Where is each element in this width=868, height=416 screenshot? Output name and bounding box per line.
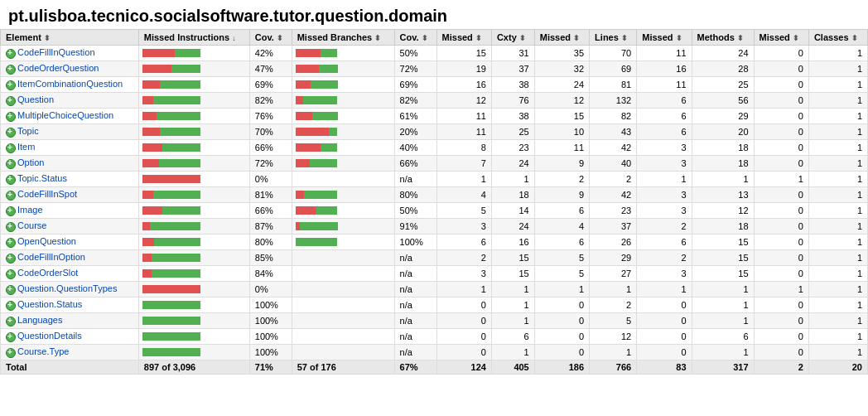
missed-br-bar-cell xyxy=(292,109,394,124)
element-icon xyxy=(6,332,16,342)
missed-methods-cell: 6 xyxy=(637,109,692,124)
col-missed-lines[interactable]: Missed ⬍ xyxy=(534,30,589,46)
lines-cell: 81 xyxy=(590,77,637,93)
cxty-cell: 6 xyxy=(491,329,534,345)
col-element[interactable]: Element ⬍ xyxy=(1,30,139,46)
col-missed-classes[interactable]: Missed ⬍ xyxy=(754,30,808,46)
classes-cell: 1 xyxy=(808,93,867,109)
missed-cxty-cell: 8 xyxy=(436,140,491,156)
element-link[interactable]: CodeOrderQuestion xyxy=(17,63,99,73)
element-link[interactable]: CodeFillInQuestion xyxy=(17,47,95,57)
missed-cxty-cell: 12 xyxy=(436,93,491,109)
cov-br-cell: 82% xyxy=(394,93,436,109)
cov-br-cell: 66% xyxy=(394,156,436,172)
cxty-cell: 15 xyxy=(491,266,534,282)
cov-instr-cell: 80% xyxy=(249,235,292,250)
missed-cxty-cell: 15 xyxy=(436,46,491,61)
sort-arrow-element: ⬍ xyxy=(44,34,51,42)
col-cxty[interactable]: Cxty ⬍ xyxy=(491,30,534,46)
missed-br-bar-cell xyxy=(292,93,394,109)
lines-cell: 70 xyxy=(590,46,637,61)
missed-br-bar-cell xyxy=(292,250,394,266)
col-missed-instr[interactable]: Missed Instructions ↓ xyxy=(138,30,249,46)
element-icon xyxy=(6,112,16,122)
classes-cell: 1 xyxy=(808,313,867,329)
element-link[interactable]: CodeOrderSlot xyxy=(17,268,78,278)
element-cell: ItemCombinationQuestion xyxy=(1,77,139,93)
missed-methods-cell: 1 xyxy=(637,172,692,187)
missed-br-bar-cell xyxy=(292,219,394,235)
element-link[interactable]: Question.QuestionTypes xyxy=(17,283,117,293)
element-icon xyxy=(6,80,16,90)
sort-arrow-cov-br: ⬍ xyxy=(422,34,428,42)
element-cell: Course xyxy=(1,219,139,235)
col-missed-branches[interactable]: Missed Branches ⬍ xyxy=(292,30,394,46)
total-missed-br: 57 of 176 xyxy=(292,360,394,375)
missed-lines-cell: 6 xyxy=(534,235,589,250)
element-link[interactable]: Image xyxy=(17,205,43,215)
element-link[interactable]: CodeFillInSpot xyxy=(17,189,77,199)
missed-instr-bar-cell xyxy=(138,297,249,313)
table-row: CodeFillInSpot81%80%41894231301 xyxy=(1,187,868,203)
sort-arrow-cov-instr: ⬍ xyxy=(277,34,283,42)
classes-cell: 1 xyxy=(808,140,867,156)
element-link[interactable]: Question xyxy=(17,94,54,104)
missed-instr-bar-cell xyxy=(138,156,249,172)
classes-cell: 1 xyxy=(808,329,867,345)
classes-cell: 1 xyxy=(808,187,867,203)
col-cov-instr[interactable]: Cov. ⬍ xyxy=(249,30,292,46)
missed-cxty-cell: 19 xyxy=(436,61,491,77)
missed-methods-cell: 0 xyxy=(637,313,692,329)
element-link[interactable]: Question.Status xyxy=(17,299,82,309)
missed-lines-cell: 6 xyxy=(534,203,589,219)
element-cell: CodeFillInQuestion xyxy=(1,46,139,61)
lines-cell: 2 xyxy=(590,297,637,313)
element-icon xyxy=(6,191,16,201)
element-link[interactable]: Topic.Status xyxy=(17,173,67,183)
classes-cell: 1 xyxy=(808,109,867,124)
missed-classes-cell: 0 xyxy=(754,203,808,219)
missed-cxty-cell: 0 xyxy=(436,345,491,360)
col-cov-br[interactable]: Cov. ⬍ xyxy=(394,30,436,46)
missed-instr-bar-cell xyxy=(138,235,249,250)
element-link[interactable]: Option xyxy=(17,157,44,167)
element-link[interactable]: Item xyxy=(17,142,35,152)
missed-methods-cell: 16 xyxy=(637,61,692,77)
col-classes[interactable]: Classes ⬍ xyxy=(808,30,867,46)
classes-cell: 1 xyxy=(808,235,867,250)
col-missed-methods[interactable]: Missed ⬍ xyxy=(637,30,692,46)
element-link[interactable]: MultipleChoiceQuestion xyxy=(17,110,113,120)
lines-cell: 82 xyxy=(590,109,637,124)
missed-classes-cell: 0 xyxy=(754,93,808,109)
cov-instr-cell: 100% xyxy=(249,329,292,345)
element-cell: MultipleChoiceQuestion xyxy=(1,109,139,124)
missed-classes-cell: 1 xyxy=(754,172,808,187)
sort-arrow-missed-classes: ⬍ xyxy=(793,34,799,42)
methods-cell: 1 xyxy=(692,345,754,360)
element-link[interactable]: Course.Type xyxy=(17,346,69,356)
missed-lines-cell: 0 xyxy=(534,345,589,360)
element-link[interactable]: Topic xyxy=(17,126,39,136)
cov-br-cell: 69% xyxy=(394,77,436,93)
lines-cell: 12 xyxy=(590,329,637,345)
methods-cell: 28 xyxy=(692,61,754,77)
element-link[interactable]: CodeFillInOption xyxy=(17,252,85,262)
col-methods[interactable]: Methods ⬍ xyxy=(692,30,754,46)
classes-cell: 1 xyxy=(808,219,867,235)
missed-classes-cell: 0 xyxy=(754,61,808,77)
col-missed-cxty[interactable]: Missed ⬍ xyxy=(436,30,491,46)
total-missed-methods: 83 xyxy=(637,360,692,375)
page-title: pt.ulisboa.tecnico.socialsoftware.tutor.… xyxy=(0,0,868,29)
element-cell: CodeOrderQuestion xyxy=(1,61,139,77)
total-row: Total 897 of 3,096 71% 57 of 176 67% 124… xyxy=(1,360,868,375)
col-lines[interactable]: Lines ⬍ xyxy=(590,30,637,46)
element-link[interactable]: ItemCombinationQuestion xyxy=(17,79,123,89)
missed-lines-cell: 15 xyxy=(534,109,589,124)
element-link[interactable]: OpenQuestion xyxy=(17,236,76,246)
element-link[interactable]: Languages xyxy=(17,315,62,325)
missed-cxty-cell: 0 xyxy=(436,313,491,329)
element-link[interactable]: QuestionDetails xyxy=(17,331,82,341)
missed-cxty-cell: 3 xyxy=(436,219,491,235)
element-link[interactable]: Course xyxy=(17,220,46,230)
table-row: CodeOrderQuestion47%72%19373269162801 xyxy=(1,61,868,77)
